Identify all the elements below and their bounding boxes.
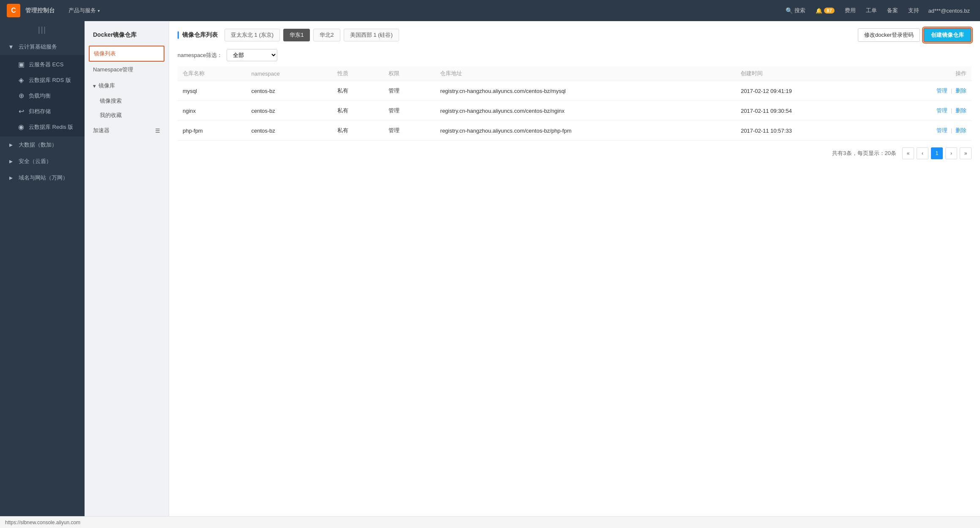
sidebar-item-label: 归档存储: [29, 108, 51, 115]
search-button[interactable]: 🔍 搜索: [781, 5, 810, 16]
cell-name: nginx: [178, 101, 246, 121]
user-email: ad***@centos.bz: [925, 8, 973, 14]
notification-bell[interactable]: 🔔 87: [811, 6, 838, 16]
docker-sidebar-title: Docker镜像仓库: [85, 28, 169, 46]
cell-created: 2017-02-12 09:41:19: [736, 81, 890, 101]
page-first-button[interactable]: «: [902, 147, 914, 159]
page-prev-button[interactable]: ‹: [917, 147, 928, 159]
bell-icon: 🔔: [816, 8, 822, 14]
sidebar-item-label: 云数据库 RDS 版: [29, 76, 71, 84]
cell-addr: registry.cn-hangzhou.aliyuncs.com/centos…: [435, 101, 736, 121]
product-menu[interactable]: 产品与服务 ▾: [65, 5, 103, 16]
redis-icon: ◉: [17, 123, 25, 131]
sidebar-item-label: 云计算基础服务: [19, 43, 57, 51]
sidebar-item-slb[interactable]: ⊕ 负载均衡: [0, 88, 85, 103]
cell-namespace: centos-bz: [246, 81, 332, 101]
page-last-button[interactable]: »: [960, 147, 972, 159]
docker-menu-image-search[interactable]: 镜像搜索: [85, 94, 169, 108]
nav-item-ticket[interactable]: 工单: [862, 5, 881, 16]
cell-created: 2017-02-11 09:30:54: [736, 101, 890, 121]
sidebar-item-bigdata[interactable]: ▸ 大数据（数加）: [0, 136, 85, 153]
slb-icon: ⊕: [17, 92, 25, 100]
content-area: Docker镜像仓库 镜像列表 Namespace管理 ▾ 镜像库 镜像搜索 我…: [85, 21, 980, 516]
cell-perm: 管理: [383, 101, 435, 121]
page-next-button[interactable]: ›: [945, 147, 957, 159]
filter-row: namespace筛选： 全部: [178, 49, 972, 61]
status-url: https://slbnew.console.aliyun.com: [5, 520, 80, 525]
notification-badge: 87: [824, 8, 834, 14]
col-header-created: 创建时间: [736, 66, 890, 81]
docker-menu-namespace[interactable]: Namespace管理: [85, 62, 169, 78]
sidebar-item-cloud-compute[interactable]: ▾ 云计算基础服务: [0, 38, 85, 55]
cell-addr: registry.cn-hangzhou.aliyuncs.com/centos…: [435, 81, 736, 101]
chevron-right-icon: ▸: [7, 174, 15, 182]
sidebar-item-archive[interactable]: ↩ 归档存储: [0, 103, 85, 119]
docker-menu-favorites[interactable]: 我的收藏: [85, 108, 169, 122]
delete-link[interactable]: 删除: [955, 87, 966, 94]
main-layout: ||| ▾ 云计算基础服务 ▣ 云服务器 ECS ◈ 云数据库 RDS 版 ⊕ …: [0, 21, 980, 516]
ecs-icon: ▣: [17, 60, 25, 68]
manage-link[interactable]: 管理: [936, 87, 947, 94]
cell-addr: registry.cn-hangzhou.aliyuncs.com/centos…: [435, 121, 736, 141]
region-tab-eastchina1[interactable]: 华东1: [283, 29, 310, 41]
col-header-type: 性质: [332, 66, 384, 81]
delete-link[interactable]: 删除: [955, 127, 966, 133]
col-header-addr: 仓库地址: [435, 66, 736, 81]
docker-sidebar: Docker镜像仓库 镜像列表 Namespace管理 ▾ 镜像库 镜像搜索 我…: [85, 21, 169, 516]
region-tab-tokyo[interactable]: 亚太东北 1 (东京): [224, 29, 280, 41]
cell-name: mysql: [178, 81, 246, 101]
logo-icon[interactable]: C: [7, 4, 20, 17]
sidebar-section-cloud: ▾ 云计算基础服务 ▣ 云服务器 ECS ◈ 云数据库 RDS 版 ⊕ 负载均衡…: [0, 38, 85, 186]
console-title: 管理控制台: [25, 7, 55, 14]
action-separator: |: [951, 127, 952, 133]
sidebar-item-rds[interactable]: ◈ 云数据库 RDS 版: [0, 72, 85, 88]
nav-item-support[interactable]: 支持: [904, 5, 923, 16]
sidebar-handle: |||: [0, 21, 85, 38]
sidebar-item-security[interactable]: ▸ 安全（云盾）: [0, 153, 85, 169]
docker-menu-image-list[interactable]: 镜像列表: [89, 46, 164, 62]
chevron-down-icon: ▾: [98, 8, 100, 13]
sidebar-item-domain[interactable]: ▸ 域名与网站（万网）: [0, 169, 85, 186]
page-current-button[interactable]: 1: [931, 147, 943, 159]
sidebar-item-ecs[interactable]: ▣ 云服务器 ECS: [0, 57, 85, 72]
sidebar-item-redis[interactable]: ◉ 云数据库 Redis 版: [0, 119, 85, 135]
cell-perm: 管理: [383, 81, 435, 101]
action-separator: |: [951, 107, 952, 114]
sidebar-item-label: 域名与网站（万网）: [19, 174, 68, 182]
manage-link[interactable]: 管理: [936, 107, 947, 114]
cell-namespace: centos-bz: [246, 101, 332, 121]
manage-link[interactable]: 管理: [936, 127, 947, 133]
nav-actions: 🔍 搜索 🔔 87 费用 工单 备案 支持 ad***@centos.bz: [781, 5, 973, 16]
repo-table: 仓库名称 namespace 性质 权限 仓库地址 创建时间 操作 mysql …: [178, 66, 972, 141]
cell-actions: 管理 | 删除: [890, 81, 972, 101]
cell-type: 私有: [332, 81, 384, 101]
search-label: 搜索: [794, 7, 805, 14]
region-tab-uswest1[interactable]: 美国西部 1 (硅谷): [344, 29, 399, 41]
chevron-right-icon: ▸: [7, 157, 15, 165]
panel-topbar: 镜像仓库列表 亚太东北 1 (东京) 华东1 华北2 美国西部 1 (硅谷) 修…: [178, 28, 972, 42]
pagination-info: 共有3条，每页显示：20条: [832, 150, 896, 157]
modify-docker-password-button[interactable]: 修改docker登录密码: [858, 28, 920, 42]
region-tab-northchina2[interactable]: 华北2: [313, 29, 340, 41]
cell-type: 私有: [332, 101, 384, 121]
delete-link[interactable]: 删除: [955, 107, 966, 114]
namespace-filter-label: namespace筛选：: [178, 52, 222, 59]
docker-menu-item-label: 加速器: [93, 127, 109, 134]
docker-menu-section-image-lib: ▾ 镜像库: [85, 78, 169, 94]
nav-item-beian[interactable]: 备案: [883, 5, 902, 16]
create-repo-button[interactable]: 创建镜像仓库: [923, 28, 972, 42]
top-navigation: C 管理控制台 产品与服务 ▾ 🔍 搜索 🔔 87 费用 工单 备案 支持 ad…: [0, 0, 980, 21]
archive-icon: ↩: [17, 107, 25, 115]
chevron-down-icon: ▾: [7, 43, 15, 51]
docker-menu-accelerator[interactable]: 加速器 ☰: [85, 122, 169, 139]
nav-item-fees[interactable]: 费用: [840, 5, 860, 16]
namespace-filter-select[interactable]: 全部: [227, 49, 277, 61]
table-row: nginx centos-bz 私有 管理 registry.cn-hangzh…: [178, 101, 972, 121]
col-header-actions: 操作: [890, 66, 972, 81]
cell-actions: 管理 | 删除: [890, 101, 972, 121]
cell-namespace: centos-bz: [246, 121, 332, 141]
docker-menu-item-label: 镜像搜索: [100, 98, 122, 104]
cell-type: 私有: [332, 121, 384, 141]
col-header-name: 仓库名称: [178, 66, 246, 81]
menu-lines-icon: ☰: [155, 128, 160, 134]
